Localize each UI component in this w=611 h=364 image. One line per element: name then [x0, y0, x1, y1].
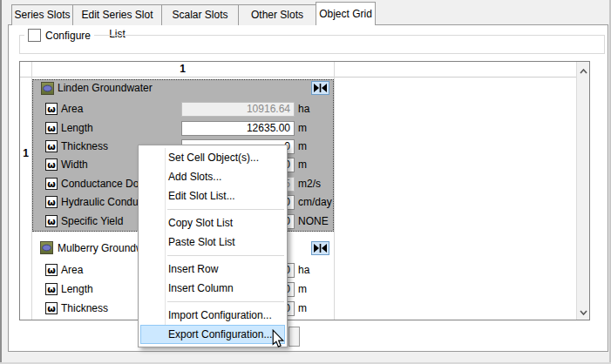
collapse-button[interactable]: [311, 241, 329, 255]
window-left-edge: [0, 0, 2, 364]
collapse-icon: [312, 242, 329, 254]
menu-item-insert-row[interactable]: Insert Row: [139, 260, 287, 279]
header-underline: [20, 77, 576, 78]
scalar-slot-icon: ω: [45, 178, 58, 190]
slot-unit: m: [298, 158, 307, 172]
slot-row-area: ω Area 10916.64 ha: [45, 102, 334, 117]
chevron-up-icon: [580, 69, 587, 74]
menu-item-add-slots[interactable]: Add Slots...: [139, 167, 287, 186]
slot-label: Length: [61, 121, 93, 136]
slot-label: Area: [61, 102, 83, 117]
vertical-scrollbar[interactable]: [576, 62, 589, 320]
scalar-slot-icon: ω: [45, 140, 58, 152]
slot-unit: m: [298, 121, 307, 136]
menu-item-copy-slot-list[interactable]: Copy Slot List: [139, 213, 287, 233]
slot-unit: cm/day: [298, 195, 332, 210]
scalar-slot-icon: ω: [45, 215, 58, 227]
slot-unit: ha: [298, 102, 309, 117]
context-menu: Set Cell Object(s)... Add Slots... Edit …: [138, 145, 288, 347]
scalar-slot-icon: ω: [45, 283, 58, 295]
scalar-slot-icon: ω: [45, 196, 58, 208]
menu-separator: [167, 255, 284, 256]
tab-edit-series-slot-list[interactable]: Edit Series Slot List: [72, 4, 162, 25]
slot-label: Area: [61, 263, 83, 278]
slot-unit: m2/s: [298, 177, 321, 192]
scalar-slot-icon: ω: [45, 302, 58, 314]
spin-control[interactable]: [289, 327, 300, 347]
slot-label: Specific Yield: [61, 214, 123, 229]
mouse-cursor-icon: [271, 329, 285, 351]
menu-item-edit-slot-list[interactable]: Edit Slot List...: [139, 186, 287, 206]
scalar-slot-icon: ω: [45, 122, 58, 134]
slot-value-field[interactable]: 12635.00: [181, 121, 295, 136]
slot-label: Thickness: [61, 301, 108, 316]
scalar-slot-icon: ω: [45, 103, 58, 115]
column-header-1[interactable]: 1: [31, 63, 334, 76]
configure-groupbox-title: Configure: [24, 29, 94, 42]
scalar-slot-icon: ω: [45, 264, 58, 276]
menu-item-export-configuration[interactable]: Export Configuration...: [140, 325, 285, 344]
collapse-icon: [312, 82, 329, 94]
tab-scalar-slots[interactable]: Scalar Slots: [161, 4, 239, 25]
menu-item-insert-column[interactable]: Insert Column: [139, 279, 287, 298]
groundwater-object-icon: [41, 82, 54, 95]
menu-separator: [167, 209, 284, 210]
configure-groupbox: [19, 35, 605, 54]
slot-value-field[interactable]: 10916.64: [181, 102, 295, 117]
object-grid-window: Series Slots Edit Series Slot List Scala…: [0, 0, 611, 364]
object-grid-table: 1 1 Linden Groundwater ω Area: [19, 61, 590, 320]
slot-unit: NONE: [298, 214, 329, 229]
tab-object-grid[interactable]: Object Grid: [316, 2, 376, 25]
object-name: Linden Groundwater: [58, 81, 153, 95]
slot-unit: ha: [298, 263, 309, 278]
slot-row-length: ω Length 12635.00 m: [45, 121, 334, 136]
row-header-1[interactable]: 1: [20, 147, 31, 162]
menu-item-paste-slot-list[interactable]: Paste Slot List: [139, 233, 287, 252]
slot-label: Length: [61, 282, 93, 297]
slot-unit: m: [298, 301, 307, 316]
chevron-down-icon: [580, 310, 587, 315]
configure-label[interactable]: Configure: [45, 30, 91, 42]
slot-unit: m: [298, 282, 307, 297]
tab-series-slots[interactable]: Series Slots: [11, 4, 73, 25]
scrollbar-down-button[interactable]: [578, 306, 589, 319]
scalar-slot-icon: ω: [45, 158, 58, 171]
groundwater-object-icon: [40, 241, 53, 254]
menu-separator: [167, 301, 284, 302]
column-1-divider: [334, 62, 335, 320]
scrollbar-up-button[interactable]: [578, 64, 589, 78]
collapse-button[interactable]: [311, 81, 329, 95]
configure-checkbox[interactable]: [28, 29, 41, 42]
slot-unit: m: [298, 139, 307, 154]
menu-item-set-cell-objects[interactable]: Set Cell Object(s)...: [139, 148, 287, 167]
tab-other-slots[interactable]: Other Slots: [238, 4, 316, 25]
slot-label: Width: [61, 158, 88, 172]
slot-label: Thickness: [61, 139, 108, 154]
menu-item-import-configuration[interactable]: Import Configuration...: [139, 306, 287, 325]
